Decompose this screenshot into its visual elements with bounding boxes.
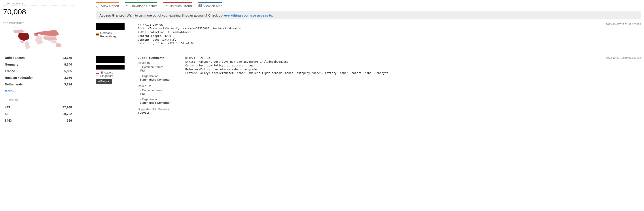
country-count: 8,340 [64,63,72,66]
download-results-button[interactable]: Download Results [125,2,157,8]
toolbar-label: Download Results [130,4,157,8]
flag-icon-de [96,33,99,36]
country-row[interactable]: Germany 8,340 [3,61,74,68]
total-results-label: TOTAL RESULTS [3,2,74,6]
port-name: 443 [5,105,10,109]
result-location: Singapore, Singapore [100,71,124,77]
self-signed-tag[interactable]: self-signed [96,79,112,84]
view-report-button[interactable]: View Report [96,2,119,8]
world-map [12,27,65,51]
view-on-map-button[interactable]: View on Map [198,2,222,8]
ssl-issued-to-label: Issued To: [138,84,176,88]
notice-text: Want to get more out of your existing Sh… [126,13,224,17]
country-count: 3,956 [64,76,72,79]
ip-redacted[interactable] [96,56,124,63]
country-row[interactable]: United States 33,655 [3,54,74,61]
ssl-issued-to-org: Super Micro Computer [138,101,176,104]
top-countries-label: TOP COUNTRIES [3,22,74,25]
http-response: HTTP/1.1 200 OK Strict-Transport-Securit… [185,56,641,114]
trend-icon [164,4,168,8]
country-name: France [5,69,15,73]
access-notice: Access Granted: Want to get more out of … [96,11,641,19]
country-name: Netherlands [5,83,23,86]
ip-redacted[interactable] [96,23,124,30]
port-count: 20,792 [62,112,72,116]
port-count: 47,948 [62,105,72,109]
result-location: Germany, Regensburg [100,31,124,38]
ssl-org-label: |- Organization: [138,74,176,78]
ssl-issued-to-cn: IPMI [138,92,176,95]
country-name: Germany [5,63,18,66]
flag-icon-sg [96,73,99,75]
svg-rect-0 [138,58,140,59]
port-row[interactable]: 80 20,792 [3,111,74,117]
notice-strong: Access Granted: [100,13,126,17]
country-count: 3,294 [64,83,72,86]
toolbar-label: View Report [101,4,119,8]
search-result: 2023-10-03T15:50:07.033189 Singapore, Si… [96,56,641,114]
toolbar-label: View on Map [204,4,222,8]
historical-trend-button[interactable]: Historical Trend [164,2,192,8]
ssl-supported-value: TLSv1.2 [138,111,176,114]
country-name: Russian Federation [5,76,34,79]
port-name: 8443 [5,119,12,122]
port-name: 80 [5,112,8,116]
total-results-value: 70,008 [3,7,74,16]
country-row[interactable]: Netherlands 3,294 [3,81,74,88]
country-count: 5,885 [64,69,72,73]
notice-link[interactable]: everything you have access to. [224,13,273,17]
port-row[interactable]: 443 47,948 [3,104,74,111]
ssl-cn-label: |- Common Name: [138,88,176,92]
ssl-certificate-block: SSL Certificate Issued By: |- Common Nam… [138,56,176,114]
country-row[interactable]: France 5,885 [3,68,74,74]
lock-icon [138,56,141,60]
search-result: 2023-10-03T15:53:38.300934 Germany, Rege… [96,23,641,45]
more-countries-link[interactable]: More... [3,88,16,94]
ssl-issued-by-label: Issued By: [138,61,176,64]
ssl-org-label: |- Organization: [138,98,176,101]
port-count: 326 [67,119,72,122]
ssl-issued-by-cn: IPMI [138,69,176,72]
chart-icon [96,4,100,8]
download-icon [125,4,129,8]
toolbar-label: Historical Trend [169,4,192,8]
ssl-supported-label: Supported SSL Versions: [138,107,176,111]
ssl-cn-label: |- Common Name: [138,65,176,69]
country-name: United States [5,56,24,60]
result-timestamp: 2023-10-03T15:50:07.033189 [606,56,641,59]
result-timestamp: 2023-10-03T15:53:38.300934 [606,23,641,26]
country-count: 33,655 [62,56,72,60]
hostname-redacted[interactable] [96,65,124,69]
ssl-issued-by-org: Super Micro Computer [138,78,176,81]
top-ports-label: TOP PORTS [3,99,74,102]
map-icon [198,4,202,8]
ssl-title-text: SSL Certificate [142,56,164,60]
country-row[interactable]: Russian Federation 3,956 [3,74,74,81]
port-row[interactable]: 8443 326 [3,117,74,124]
http-response: HTTP/1.1 200 OK Strict-Transport-Securit… [138,23,641,45]
